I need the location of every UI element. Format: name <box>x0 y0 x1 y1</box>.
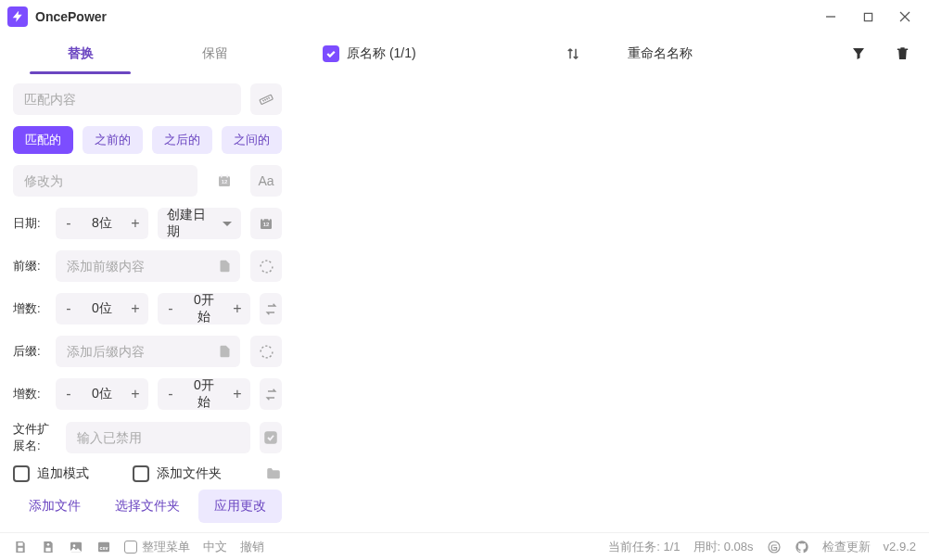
prefix-input[interactable] <box>56 250 240 282</box>
select-all-check[interactable]: 原名称 (1/1) <box>323 45 416 62</box>
step-plus[interactable]: + <box>122 208 148 239</box>
csv-icon[interactable]: csv <box>96 540 111 554</box>
titlebar: OncePower <box>0 0 929 33</box>
image-icon[interactable] <box>69 540 83 554</box>
append-mode-check[interactable]: 追加模式 <box>13 465 89 482</box>
folder-icon[interactable] <box>265 465 282 482</box>
date-label: 日期: <box>13 215 46 232</box>
svg-point-20 <box>73 544 76 547</box>
content-area: 原名称 (1/1) 重命名名称 <box>295 33 929 532</box>
svg-line-5 <box>262 100 264 102</box>
ext-label: 文件扩展名: <box>13 421 57 454</box>
match-input[interactable] <box>13 83 241 115</box>
trash-icon[interactable] <box>895 45 910 62</box>
prefix-label: 前缀: <box>13 258 46 274</box>
gitee-icon[interactable] <box>767 540 782 554</box>
time-status: 用时: 0.08s <box>694 539 754 555</box>
ext-input <box>66 422 250 453</box>
step-plus[interactable]: + <box>224 378 250 410</box>
window-maximize-button[interactable] <box>851 4 884 30</box>
ext-toggle-icon[interactable] <box>260 422 282 453</box>
checkbox-icon <box>124 541 137 554</box>
step-plus[interactable]: + <box>122 293 148 325</box>
svg-point-18 <box>47 543 50 546</box>
svg-rect-4 <box>260 95 273 104</box>
chevron-down-icon <box>223 222 232 226</box>
add-folder-check[interactable]: 添加文件夹 <box>133 465 222 482</box>
inc1-digits-stepper: - 0位 + <box>56 293 148 325</box>
organize-menu-check[interactable]: 整理菜单 <box>124 539 190 555</box>
task-status: 当前任务: 1/1 <box>608 539 680 555</box>
svg-text:12: 12 <box>263 222 270 227</box>
apply-button[interactable]: 应用更改 <box>198 490 282 523</box>
suffix-label: 后缀: <box>13 343 46 360</box>
svg-line-7 <box>266 98 268 100</box>
chip-between[interactable]: 之间的 <box>222 126 282 154</box>
app-logo <box>7 6 28 27</box>
swap-inc2-icon[interactable] <box>260 378 282 410</box>
date-digits-stepper: - 8位 + <box>56 208 148 239</box>
step-plus[interactable]: + <box>224 293 250 325</box>
ruler-icon[interactable] <box>250 83 282 115</box>
svg-rect-14 <box>262 217 264 220</box>
svg-rect-11 <box>226 174 228 177</box>
sidebar: 替换 保留 匹配的 之前的 之后的 之间的 <box>0 33 295 532</box>
step-minus[interactable]: - <box>56 293 82 325</box>
window-minimize-button[interactable] <box>814 4 847 30</box>
lang-toggle[interactable]: 中文 <box>203 539 227 555</box>
step-minus[interactable]: - <box>158 293 184 325</box>
file-icon[interactable] <box>218 260 232 274</box>
inc2-digits-stepper: - 0位 + <box>56 378 148 410</box>
svg-line-6 <box>264 99 266 101</box>
undo-button[interactable]: 撤销 <box>240 539 264 555</box>
step-minus[interactable]: - <box>158 378 184 410</box>
swap-inc1-icon[interactable] <box>260 293 282 325</box>
file-icon[interactable] <box>218 345 232 359</box>
tab-keep[interactable]: 保留 <box>147 33 282 74</box>
svg-rect-1 <box>864 13 872 20</box>
chip-after[interactable]: 之后的 <box>152 126 212 154</box>
suffix-input[interactable] <box>56 336 240 367</box>
svg-text:csv: csv <box>100 544 108 550</box>
add-file-button[interactable]: 添加文件 <box>13 490 96 523</box>
cycle-prefix-icon[interactable] <box>250 250 282 282</box>
checkbox-checked-icon <box>323 45 339 62</box>
statusbar: csv 整理菜单 中文 撤销 当前任务: 1/1 用时: 0.08s 检查更新 … <box>0 532 929 560</box>
checkbox-icon <box>13 465 30 482</box>
inc2-start-stepper: - 0开始 + <box>158 378 250 410</box>
checkbox-icon <box>133 465 149 482</box>
choose-folder-button[interactable]: 选择文件夹 <box>106 490 189 523</box>
svg-line-8 <box>268 97 270 99</box>
svg-rect-10 <box>221 174 223 177</box>
svg-point-23 <box>769 541 780 553</box>
cycle-suffix-icon[interactable] <box>250 336 282 367</box>
filter-icon[interactable] <box>850 45 867 62</box>
app-title: OncePower <box>35 9 107 24</box>
check-update-button[interactable]: 检查更新 <box>822 539 871 555</box>
sort-icon[interactable] <box>565 45 581 62</box>
calendar-icon[interactable]: 12 <box>217 173 232 188</box>
step-plus[interactable]: + <box>122 378 148 410</box>
chip-before[interactable]: 之前的 <box>83 126 143 154</box>
step-minus[interactable]: - <box>56 208 82 239</box>
github-icon[interactable] <box>795 540 809 554</box>
inc1-start-stepper: - 0开始 + <box>158 293 250 325</box>
save-icon[interactable] <box>13 540 28 554</box>
tab-replace[interactable]: 替换 <box>13 33 147 74</box>
inc2-label: 增数: <box>13 386 46 402</box>
original-name-label: 原名称 (1/1) <box>347 45 416 62</box>
inc1-label: 增数: <box>13 300 46 317</box>
case-icon[interactable]: Aa <box>250 165 282 197</box>
svg-rect-15 <box>268 217 270 220</box>
save-log-icon[interactable] <box>41 540 56 554</box>
chip-match[interactable]: 匹配的 <box>13 126 73 154</box>
step-minus[interactable]: - <box>56 378 82 410</box>
modify-input[interactable] <box>13 165 197 197</box>
date-icon-btn[interactable]: 12 <box>250 208 282 239</box>
date-type-select[interactable]: 创建日期 <box>158 208 241 239</box>
version-label: v2.9.2 <box>884 540 916 554</box>
window-close-button[interactable] <box>888 4 922 30</box>
new-name-label: 重命名名称 <box>628 45 832 62</box>
svg-text:12: 12 <box>222 179 228 185</box>
